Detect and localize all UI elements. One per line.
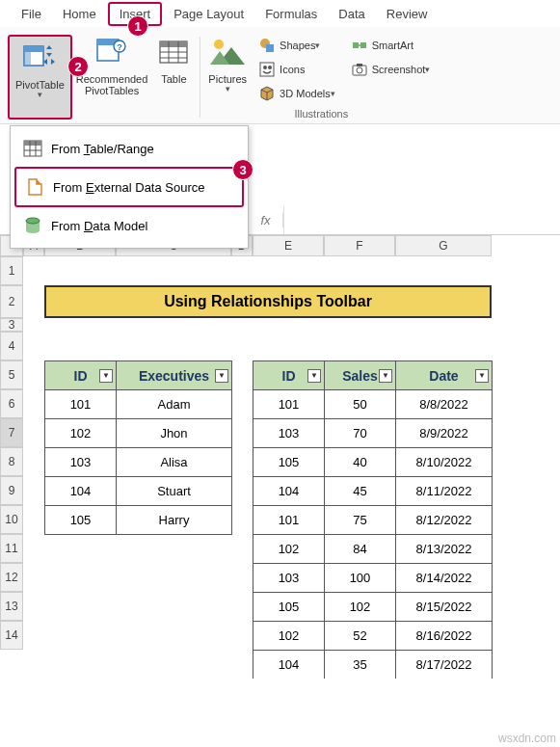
svg-text:?: ? [117, 42, 122, 52]
col-sales[interactable]: Sales▼ [325, 361, 396, 390]
table-row[interactable]: 102Jhon [45, 419, 232, 448]
tab-review[interactable]: Review [377, 4, 438, 24]
table-row[interactable]: 101508/8/2022 [253, 390, 493, 419]
row-1[interactable]: 1 [0, 256, 23, 285]
row-10[interactable]: 10 [0, 505, 23, 534]
table-row[interactable]: 103Alisa [45, 448, 232, 477]
3d-models-label: 3D Models [280, 88, 331, 99]
row-6[interactable]: 6 [0, 389, 23, 418]
filter-icon[interactable]: ▼ [215, 369, 228, 383]
callout-1: 1 [127, 15, 148, 37]
svg-rect-15 [260, 63, 274, 76]
icons-button[interactable]: Icons [254, 59, 339, 80]
table-row[interactable]: 101758/12/2022 [253, 506, 493, 535]
svg-rect-22 [357, 64, 362, 67]
row-11[interactable]: 11 [0, 534, 23, 563]
filter-icon[interactable]: ▼ [475, 369, 489, 383]
table-row[interactable]: 1051028/15/2022 [253, 593, 493, 622]
table-row[interactable]: 1031008/14/2022 [253, 564, 493, 593]
sales-table: ID▼ Sales▼ Date▼ 101508/8/2022 103708/9/… [253, 360, 493, 679]
smartart-button[interactable]: SmartArt [347, 35, 435, 56]
executives-table: ID▼ Executives▼ 101Adam 102Jhon 103Alisa… [44, 360, 232, 535]
tab-file[interactable]: File [12, 4, 51, 24]
col-date[interactable]: Date▼ [396, 361, 493, 390]
fx-label[interactable]: fx [254, 213, 283, 227]
table-icon [155, 35, 192, 71]
3d-models-button[interactable]: 3D Models ▾ [254, 83, 339, 104]
pictures-button[interactable]: Pictures ▾ [204, 31, 251, 98]
grid-body[interactable]: Using Relationships Toolbar ID▼ Executiv… [23, 256, 560, 679]
table-row[interactable]: 103708/9/2022 [253, 419, 493, 448]
table-row[interactable]: 105Harry [45, 506, 232, 535]
shapes-icon [258, 37, 276, 54]
row-7[interactable]: 7 [0, 418, 23, 447]
row-8[interactable]: 8 [0, 447, 23, 476]
smartart-label: SmartArt [372, 40, 413, 51]
from-external-data-label: From External Data Source [53, 180, 205, 195]
svg-rect-8 [160, 41, 187, 47]
data-model-icon [22, 215, 43, 236]
screenshot-label: Screenshot [372, 64, 426, 75]
table-row[interactable]: 102528/16/2022 [253, 622, 493, 651]
from-table-range-label: From Table/Range [51, 142, 154, 156]
table-row[interactable]: 104Stuart [45, 477, 232, 506]
svg-rect-2 [24, 46, 31, 66]
sheet: 1 2 3 4 5 6 7 8 9 10 11 12 13 14 Using R… [0, 256, 560, 679]
recommended-pivottables-button[interactable]: ? Recommended PivotTables [72, 31, 152, 123]
tab-data[interactable]: Data [329, 4, 374, 24]
illustrations-stack-2: SmartArt Screenshot ▾ [343, 31, 439, 104]
table-label: Table [161, 73, 186, 85]
screenshot-icon [351, 61, 368, 78]
filter-icon[interactable]: ▼ [99, 369, 113, 383]
row-12[interactable]: 12 [0, 563, 23, 592]
svg-rect-19 [360, 42, 366, 48]
table-row[interactable]: 104458/11/2022 [253, 477, 493, 506]
icons-label: Icons [280, 64, 305, 75]
col-id2[interactable]: ID▼ [253, 361, 325, 390]
row-14[interactable]: 14 [0, 621, 23, 650]
table-row[interactable]: 104358/17/2022 [253, 651, 493, 680]
formula-input[interactable] [283, 206, 560, 234]
ribbon: PivotTable ▾ 2 ? Recommended PivotTables… [0, 27, 560, 124]
chevron-down-icon: ▾ [315, 40, 320, 50]
screenshot-button[interactable]: Screenshot ▾ [347, 59, 435, 80]
pivottable-button[interactable]: PivotTable ▾ [8, 35, 72, 120]
from-external-data-item[interactable]: From External Data Source 3 [14, 167, 244, 207]
table-row[interactable]: 105408/10/2022 [253, 448, 493, 477]
chevron-down-icon: ▾ [38, 91, 42, 100]
svg-point-16 [263, 66, 267, 69]
row-13[interactable]: 13 [0, 592, 23, 621]
row-4[interactable]: 4 [0, 332, 23, 360]
table-row[interactable]: 101Adam [45, 390, 232, 419]
row-3[interactable]: 3 [0, 318, 23, 332]
col-E[interactable]: E [253, 235, 324, 256]
col-executives[interactable]: Executives▼ [117, 361, 232, 390]
shapes-button[interactable]: Shapes ▾ [254, 35, 339, 56]
callout-3: 3 [232, 159, 253, 180]
title-cell[interactable]: Using Relationships Toolbar [44, 285, 492, 318]
recommended-pivottables-icon: ? [93, 35, 130, 71]
tab-home[interactable]: Home [53, 4, 106, 24]
row-2[interactable]: 2 [0, 285, 23, 318]
table-button[interactable]: Table [151, 31, 196, 123]
filter-icon[interactable]: ▼ [307, 369, 321, 383]
tab-page-layout[interactable]: Page Layout [164, 4, 253, 24]
row-5[interactable]: 5 [0, 360, 23, 389]
col-F[interactable]: F [324, 235, 395, 256]
table-row[interactable]: 102848/13/2022 [253, 535, 493, 564]
shapes-label: Shapes [280, 40, 315, 51]
icons-icon [258, 61, 276, 78]
col-id[interactable]: ID▼ [45, 361, 117, 390]
from-data-model-item[interactable]: From Data Model [14, 207, 244, 244]
from-table-range-item[interactable]: From Table/Range [14, 130, 244, 167]
recommended-pivottables-label: Recommended PivotTables [76, 73, 148, 96]
pivottable-dropdown: From Table/Range From External Data Sour… [10, 125, 249, 249]
pictures-icon [209, 35, 246, 71]
tab-formulas[interactable]: Formulas [255, 4, 327, 24]
filter-icon[interactable]: ▼ [379, 369, 392, 383]
col-G[interactable]: G [395, 235, 492, 256]
from-data-model-label: From Data Model [51, 219, 147, 233]
row-9[interactable]: 9 [0, 476, 23, 505]
smartart-icon [351, 37, 368, 54]
callout-2: 2 [67, 56, 89, 77]
